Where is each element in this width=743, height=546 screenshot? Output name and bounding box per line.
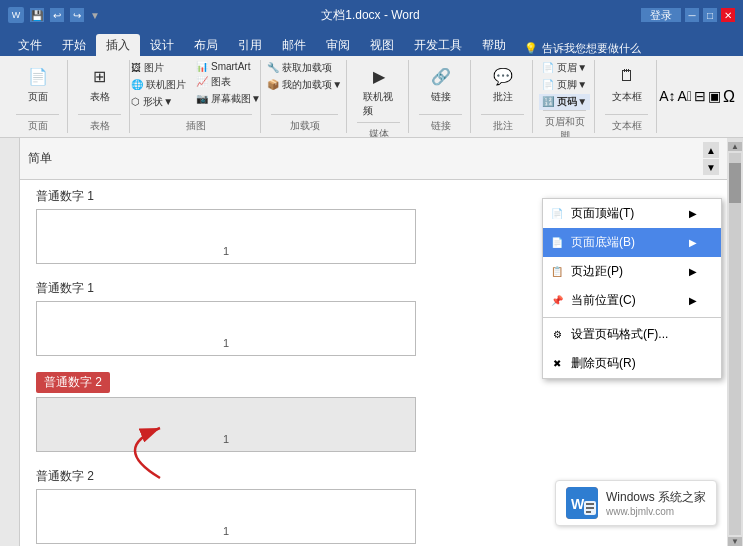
scroll-thumb[interactable]	[729, 163, 741, 203]
page-num-1: 1	[223, 337, 229, 349]
comment-icon: 💬	[491, 64, 515, 88]
pages-button[interactable]: 📄 页面	[18, 60, 58, 108]
context-menu: 📄 页面顶端(T) ▶ 📄 页面底端(B) ▶ 📋 页边距(P) ▶ 📌 当前位…	[542, 198, 722, 379]
textbox-icon: 🗒	[615, 64, 639, 88]
pages-icon: 📄	[26, 64, 50, 88]
page-num-button[interactable]: 🔢 页码▼	[539, 94, 590, 110]
tab-insert[interactable]: 插入	[96, 34, 140, 56]
watermark-box: W Windows 系统之家 www.bjmlv.com	[555, 480, 717, 526]
tab-design[interactable]: 设计	[140, 34, 184, 56]
scroll-up-button[interactable]: ▲	[728, 142, 742, 151]
gallery-preview-2[interactable]: 1	[36, 397, 416, 452]
arrow-right-icon-2: ▶	[689, 266, 697, 277]
menu-item-delete[interactable]: ✖ 删除页码(R)	[543, 349, 721, 378]
illustrations-group-label: 插图	[140, 114, 252, 133]
svg-text:W: W	[571, 496, 585, 512]
online-picture-button[interactable]: 🌐 联机图片	[128, 77, 189, 93]
shapes-button[interactable]: ⬡ 形状▼	[128, 94, 189, 110]
arrow-right-icon-1: ▶	[689, 237, 697, 248]
chart-button[interactable]: 📈 图表	[193, 74, 264, 90]
redo-button[interactable]: ↪	[70, 8, 84, 22]
scroll-track[interactable]	[729, 153, 741, 535]
links-group-label: 链接	[419, 114, 462, 133]
illustrations-col2: 📊 SmartArt 📈 图表 📷 屏幕截图▼	[193, 60, 264, 107]
comment-button[interactable]: 💬 批注	[483, 60, 523, 108]
menu-item-page-top[interactable]: 📄 页面顶端(T) ▶	[543, 199, 721, 228]
header-footer-group-label: 页眉和页脚	[543, 110, 586, 138]
my-addins-button[interactable]: 📦 我的加载项▼	[264, 77, 345, 93]
gallery-preview-1[interactable]: 1	[36, 301, 416, 356]
border-icon: ▣	[708, 88, 721, 106]
screenshot-button[interactable]: 📷 屏幕截图▼	[193, 91, 264, 107]
addins-col: 🔧 获取加载项 📦 我的加载项▼	[264, 60, 345, 93]
textbox-items: 🗒 文本框	[606, 60, 648, 114]
undo-button[interactable]: ↩	[50, 8, 64, 22]
watermark-url: www.bjmlv.com	[606, 506, 706, 517]
table-button[interactable]: ⊞ 表格	[80, 60, 120, 108]
gallery-scroll-down[interactable]: ▼	[703, 159, 719, 175]
menu-item-page-margin[interactable]: 📋 页边距(P) ▶	[543, 257, 721, 286]
tab-view[interactable]: 视图	[360, 34, 404, 56]
pages-items: 📄 页面	[18, 60, 58, 114]
header-button[interactable]: 📄 页眉▼	[539, 60, 590, 76]
gallery-item-label-2: 普通数字 2	[36, 372, 110, 393]
ribbon-group-table: ⊞ 表格 表格	[70, 60, 130, 133]
menu-item-format[interactable]: ⚙ 设置页码格式(F)...	[543, 320, 721, 349]
online-video-button[interactable]: ▶ 联机视频	[357, 60, 400, 122]
arrow-right-icon-3: ▶	[689, 295, 697, 306]
tab-home[interactable]: 开始	[52, 34, 96, 56]
comments-items: 💬 批注	[483, 60, 523, 114]
table-icon: ⊞	[88, 64, 112, 88]
gallery-item-2[interactable]: 普通数字 2 1	[36, 372, 711, 452]
media-group-label: 媒体	[357, 122, 400, 138]
tab-mailings[interactable]: 邮件	[272, 34, 316, 56]
smartart-button[interactable]: 📊 SmartArt	[193, 60, 264, 73]
textbox-group-label: 文本框	[605, 114, 648, 133]
links-button[interactable]: 🔗 链接	[421, 60, 461, 108]
menu-item-page-bottom[interactable]: 📄 页面底端(B) ▶	[543, 228, 721, 257]
textbox-button[interactable]: 🗒 文本框	[606, 60, 648, 108]
links-items: 🔗 链接	[421, 60, 461, 114]
main-area: 简单 ▲ ▼ 普通数字 1 1 普通数字 1 1	[0, 138, 743, 546]
login-button[interactable]: 登录	[641, 8, 681, 22]
gallery-scroll-up[interactable]: ▲	[703, 142, 719, 158]
tab-file[interactable]: 文件	[8, 34, 52, 56]
page-top-icon: 📄	[549, 206, 565, 222]
footer-button[interactable]: 📄 页脚▼	[539, 77, 590, 93]
ribbon-right: A↕ A⃣ ⊟ ▣ Ω	[659, 60, 735, 133]
save-button[interactable]: 💾	[30, 8, 44, 22]
page-bottom-icon: 📄	[549, 235, 565, 251]
svg-rect-4	[586, 503, 594, 505]
illustrations-items: 🖼 图片 🌐 联机图片 ⬡ 形状▼ 📊 SmartArt 📈 图表 📷 屏幕截图…	[128, 60, 263, 114]
doc-area: 简单 ▲ ▼ 普通数字 1 1 普通数字 1 1	[20, 138, 727, 546]
minimize-button[interactable]: ─	[685, 8, 699, 22]
tab-help[interactable]: 帮助	[472, 34, 516, 56]
arrow-right-icon-0: ▶	[689, 208, 697, 219]
ribbon-group-textbox: 🗒 文本框 文本框	[597, 60, 657, 133]
restore-button[interactable]: □	[703, 8, 717, 22]
menu-item-current-pos[interactable]: 📌 当前位置(C) ▶	[543, 286, 721, 315]
addins-items: 🔧 获取加载项 📦 我的加载项▼	[264, 60, 345, 114]
close-button[interactable]: ✕	[721, 8, 735, 22]
video-icon: ▶	[367, 64, 391, 88]
ribbon-group-media: ▶ 联机视频 媒体	[349, 60, 409, 133]
title-bar-right: 登录 ─ □ ✕	[641, 8, 735, 22]
gallery-preview-3[interactable]: 1	[36, 489, 416, 544]
picture-button[interactable]: 🖼 图片	[128, 60, 189, 76]
page-num-2: 1	[223, 433, 229, 445]
get-addins-button[interactable]: 🔧 获取加载项	[264, 60, 345, 76]
title-bar-left: W 💾 ↩ ↪ ▼	[8, 7, 100, 23]
hf-col: 📄 页眉▼ 📄 页脚▼ 🔢 页码▼	[539, 60, 590, 110]
dropdown-icon: ⊟	[694, 88, 706, 106]
ribbon-tabs: 文件 开始 插入 设计 布局 引用 邮件 审阅 视图 开发工具 帮助 💡 告诉我…	[0, 30, 743, 56]
tab-layout[interactable]: 布局	[184, 34, 228, 56]
scroll-down-button[interactable]: ▼	[728, 537, 742, 546]
header-footer-items: 📄 页眉▼ 📄 页脚▼ 🔢 页码▼	[539, 60, 590, 110]
ribbon-group-addins: 🔧 获取加载项 📦 我的加载项▼ 加载项	[263, 60, 347, 133]
tab-review[interactable]: 审阅	[316, 34, 360, 56]
right-tools: A↕ A⃣ ⊟ ▣ Ω	[659, 88, 735, 106]
gallery-preview-0[interactable]: 1	[36, 209, 416, 264]
tab-references[interactable]: 引用	[228, 34, 272, 56]
lightbulb-icon: 💡	[524, 42, 538, 55]
tab-developer[interactable]: 开发工具	[404, 34, 472, 56]
